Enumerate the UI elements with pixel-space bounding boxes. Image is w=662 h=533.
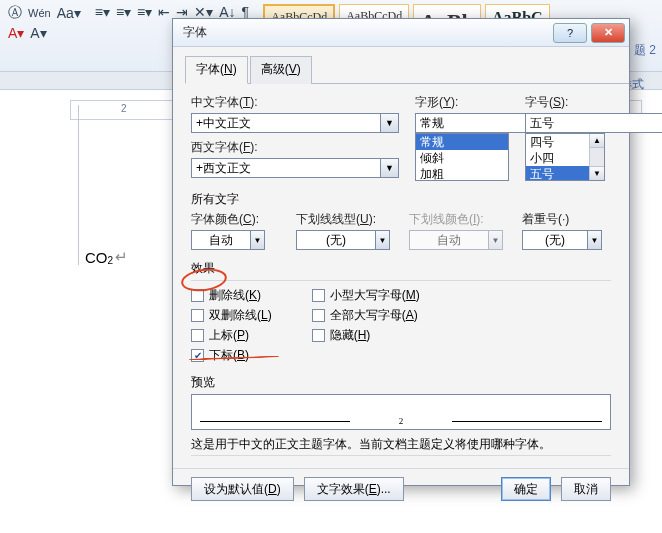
multilevel-list-icon[interactable]: ≡▾ [137,4,152,20]
underline-color-label: 下划线颜色(I): [409,211,512,228]
char-border-icon[interactable]: Ⓐ [8,4,22,22]
ruler-mark: 2 [121,103,127,114]
cancel-button[interactable]: 取消 [561,477,611,501]
list-item[interactable]: 加粗 [416,166,508,181]
font-color-label: 字体颜色(C): [191,211,286,228]
decrease-indent-icon[interactable]: ⇤ [158,4,170,20]
chevron-down-icon[interactable]: ▼ [376,230,390,250]
tab-font[interactable]: 字体(N) [185,56,248,84]
checkbox-box[interactable] [191,309,204,322]
checkbox-label: 双删除线(L) [209,307,272,324]
paragraph-mark-icon: ↵ [115,248,128,266]
chevron-down-icon[interactable]: ▼ [381,113,399,133]
scrollbar[interactable]: ▲ ▼ [589,134,604,180]
checkbox-A[interactable]: 全部大写字母(A) [312,307,420,324]
margin-line [78,105,79,265]
emphasis-value: (无) [522,230,588,250]
scroll-up-icon[interactable]: ▲ [590,134,604,148]
checkbox-H[interactable]: 隐藏(H) [312,327,420,344]
font-color-value: 自动 [191,230,251,250]
preview-text: 2 [399,416,404,426]
checkbox-box[interactable]: ✔ [191,349,204,362]
sample-subscript: 2 [108,255,114,266]
style-listbox[interactable]: 常规 倾斜 加粗 [415,133,509,181]
emphasis-label: 着重号(·) [522,211,611,228]
tab-advanced[interactable]: 高级(V) [250,56,312,84]
checkbox-box[interactable] [312,289,325,302]
change-case-icon[interactable]: Aa▾ [57,5,81,21]
checkbox-label: 删除线(K) [209,287,261,304]
tabstrip: 字体(N) 高级(V) [185,55,629,84]
en-font-label: 西文字体(F): [191,139,399,156]
preview-label: 预览 [191,374,611,391]
checkbox-label: 小型大写字母(M) [330,287,420,304]
chevron-down-icon[interactable]: ▼ [251,230,265,250]
underline-style-combo[interactable]: (无) ▼ [296,230,399,250]
scroll-down-icon[interactable]: ▼ [590,166,604,180]
size-combo[interactable] [525,113,605,133]
checkbox-L[interactable]: 双删除线(L) [191,307,272,324]
checks-right: 小型大写字母(M)全部大写字母(A)隐藏(H) [312,287,420,364]
preview-line [200,421,350,422]
chevron-down-icon[interactable]: ▼ [588,230,602,250]
checkbox-label: 全部大写字母(A) [330,307,418,324]
en-font-combo[interactable]: ▼ [191,158,399,178]
divider [191,455,611,456]
text-highlight-icon[interactable]: A▾ [30,25,46,41]
style-combo[interactable] [415,113,509,133]
chevron-down-icon[interactable]: ▼ [381,158,399,178]
help-button[interactable]: ? [553,23,587,43]
font-dialog: 字体 ? ✕ 字体(N) 高级(V) 中文字体(T): ▼ 西文字体(F): ▼ [172,18,630,486]
underline-color-value: 自动 [409,230,489,250]
text-effects-button[interactable]: 文字效果(E)... [304,477,404,501]
list-item[interactable]: 倾斜 [416,150,508,166]
checkbox-label: 下标(B) [209,347,249,364]
underline-color-combo: 自动 ▼ [409,230,512,250]
title-bar[interactable]: 字体 ? ✕ [173,19,629,47]
char-shading-icon[interactable]: Wén [28,7,51,19]
preview-line [452,421,602,422]
dialog-title: 字体 [173,24,207,41]
close-button[interactable]: ✕ [591,23,625,43]
all-text-label: 所有文字 [191,191,611,208]
checkbox-M[interactable]: 小型大写字母(M) [312,287,420,304]
checkbox-P[interactable]: 上标(P) [191,327,272,344]
underline-style-value: (无) [296,230,376,250]
set-default-button[interactable]: 设为默认值(D) [191,477,294,501]
chevron-down-icon: ▼ [489,230,503,250]
size-input[interactable] [525,113,662,133]
bullet-list-icon[interactable]: ≡▾ [95,4,110,20]
preview-box: 2 [191,394,611,430]
style-caption: 题 2 [634,42,656,59]
underline-style-label: 下划线线型(U): [296,211,399,228]
list-item[interactable]: 常规 [416,134,508,150]
size-label: 字号(S): [525,94,605,111]
number-list-icon[interactable]: ≡▾ [116,4,131,20]
en-font-input[interactable] [191,158,381,178]
hint-text: 这是用于中文的正文主题字体。当前文档主题定义将使用哪种字体。 [191,436,611,453]
checkbox-label: 上标(P) [209,327,249,344]
cn-font-label: 中文字体(T): [191,94,399,111]
cn-font-input[interactable] [191,113,381,133]
cn-font-combo[interactable]: ▼ [191,113,399,133]
size-listbox[interactable]: 四号 小四 五号 ▲ ▼ [525,133,605,181]
button-bar: 设为默认值(D) 文字效果(E)... 确定 取消 [173,468,629,513]
checkbox-box[interactable] [191,329,204,342]
checkbox-box[interactable] [312,329,325,342]
checkbox-box[interactable] [312,309,325,322]
effects-label: 效果 [191,260,611,277]
ok-button[interactable]: 确定 [501,477,551,501]
checks-left: 删除线(K)双删除线(L)上标(P)✔下标(B) [191,287,272,364]
document-text: CO2↵ [85,248,128,266]
style-label: 字形(Y): [415,94,509,111]
checkbox-label: 隐藏(H) [330,327,371,344]
font-color-combo[interactable]: 自动 ▼ [191,230,286,250]
divider [191,280,611,281]
emphasis-combo[interactable]: (无) ▼ [522,230,611,250]
sample-text: CO [85,249,108,266]
font-color-icon[interactable]: A▾ [8,25,24,41]
